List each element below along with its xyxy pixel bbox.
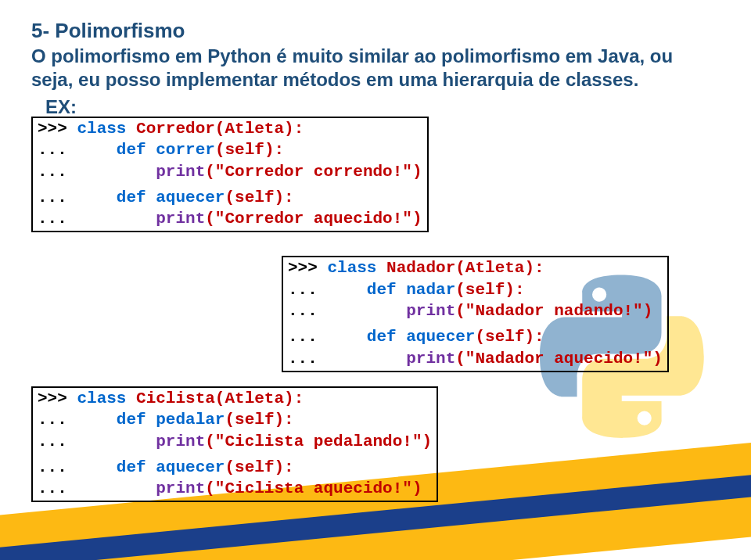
code-text: def <box>117 458 156 476</box>
code-text: ... <box>288 350 406 368</box>
code-text: class <box>77 120 136 138</box>
code-text: >>> <box>38 120 77 138</box>
example-label: EX: <box>45 96 720 118</box>
code-text: ("Corredor aquecido!") <box>205 210 422 228</box>
code-text: ... <box>38 433 156 451</box>
code-text: ... <box>38 479 156 497</box>
code-text: class <box>77 389 136 407</box>
code-text: def <box>117 411 156 429</box>
code-text: (self): <box>215 141 284 159</box>
code-text: ... <box>38 458 117 476</box>
code-text: (self): <box>455 281 524 299</box>
code-text: Ciclista(Atleta): <box>136 389 304 407</box>
code-text: print <box>156 433 205 451</box>
code-text: ... <box>38 141 117 159</box>
code-text: (self): <box>225 458 293 476</box>
code-text: Corredor(Atleta): <box>136 120 304 138</box>
code-text: ... <box>38 411 117 429</box>
slide-description: O polimorfismo em Python é muito similar… <box>31 45 720 92</box>
code-text: correr <box>156 141 215 159</box>
code-text: aquecer <box>156 458 225 476</box>
code-text: def <box>117 188 156 206</box>
code-text: pedalar <box>156 411 225 429</box>
code-text: ... <box>288 281 367 299</box>
code-text: nadar <box>406 281 455 299</box>
code-text: aquecer <box>156 188 225 206</box>
code-text: print <box>406 302 455 320</box>
code-text: ... <box>38 210 156 228</box>
code-text: print <box>156 163 205 181</box>
code-box-corredor: >>> class Corredor(Atleta): ... def corr… <box>31 117 429 232</box>
code-text: print <box>156 210 205 228</box>
code-text: ... <box>38 163 156 181</box>
code-text: ("Nadador nadando!") <box>455 302 652 320</box>
slide-title: 5- Polimorfismo <box>31 19 720 43</box>
code-text: ... <box>38 188 117 206</box>
code-box-nadador: >>> class Nadador(Atleta): ... def nadar… <box>282 256 669 372</box>
code-text: ("Corredor correndo!") <box>205 163 422 181</box>
code-text: print <box>406 350 455 368</box>
code-text: aquecer <box>406 328 475 346</box>
code-text: print <box>156 479 205 497</box>
code-text: ... <box>288 328 367 346</box>
code-text: def <box>367 281 406 299</box>
code-text: (self): <box>225 188 293 206</box>
code-text: ("Ciclista aquecido!") <box>205 479 422 497</box>
code-text: class <box>327 259 386 277</box>
code-text: ("Nadador aquecido!") <box>455 350 663 368</box>
code-text: >>> <box>38 389 77 407</box>
code-text: ... <box>288 302 406 320</box>
code-text: >>> <box>288 259 327 277</box>
code-box-ciclista: >>> class Ciclista(Atleta): ... def peda… <box>31 386 438 502</box>
code-text: def <box>117 141 156 159</box>
code-text: Nadador(Atleta): <box>386 259 544 277</box>
code-text: (self): <box>475 328 544 346</box>
code-text: ("Ciclista pedalando!") <box>205 433 432 451</box>
code-text: (self): <box>225 411 293 429</box>
code-text: def <box>367 328 406 346</box>
